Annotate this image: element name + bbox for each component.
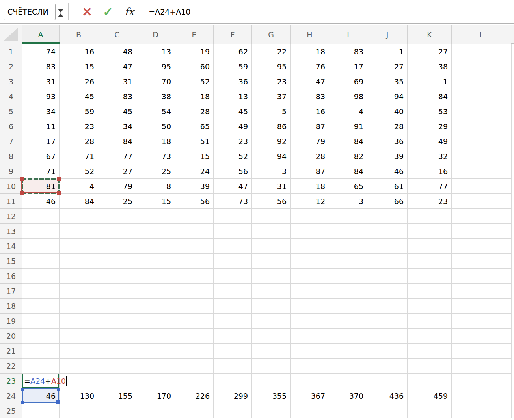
enter-check-icon[interactable]: ✓ [103,6,113,18]
cell-A10[interactable]: 81 [22,179,60,194]
cell-I23[interactable] [329,374,367,388]
cell-J16[interactable] [367,269,408,284]
cell-H18[interactable] [291,299,329,314]
cell-B10[interactable]: 4 [60,179,98,194]
cell-B11[interactable]: 84 [60,194,98,209]
cell-F11[interactable]: 73 [214,194,252,209]
cell-D16[interactable] [136,269,175,284]
cell-I16[interactable] [329,269,367,284]
row-header-20[interactable]: 20 [0,329,22,344]
blue-ref-handle[interactable] [21,388,24,391]
cell-F13[interactable] [214,224,252,239]
cell-H20[interactable] [291,329,329,344]
cell-B18[interactable] [60,299,98,314]
cell-B16[interactable] [60,269,98,284]
cell-D13[interactable] [136,224,175,239]
cell-C12[interactable] [98,209,136,224]
cell-I3[interactable]: 69 [329,74,367,89]
cell-F16[interactable] [214,269,252,284]
cell-B1[interactable]: 16 [60,44,98,59]
col-header-D[interactable]: D [136,25,175,44]
cell-G22[interactable] [252,359,291,374]
cell-I5[interactable]: 4 [329,104,367,119]
cell-H4[interactable]: 83 [291,89,329,104]
cell-C13[interactable] [98,224,136,239]
insert-function-fx-icon[interactable]: fx [125,7,134,17]
row-header-18[interactable]: 18 [0,299,22,314]
cell-L17[interactable] [452,284,512,299]
cell-C22[interactable] [98,359,136,374]
cell-G8[interactable]: 94 [252,149,291,164]
cell-G12[interactable] [252,209,291,224]
cell-G2[interactable]: 95 [252,59,291,74]
cell-F12[interactable] [214,209,252,224]
cell-B12[interactable] [60,209,98,224]
cell-G10[interactable]: 31 [252,179,291,194]
cell-F19[interactable] [214,314,252,329]
cell-L18[interactable] [452,299,512,314]
cell-E15[interactable] [175,254,214,269]
cell-J2[interactable]: 27 [367,59,408,74]
cell-E20[interactable] [175,329,214,344]
cell-J20[interactable] [367,329,408,344]
cell-G9[interactable]: 3 [252,164,291,179]
row-header-17[interactable]: 17 [0,284,22,299]
cell-E16[interactable] [175,269,214,284]
cell-G5[interactable]: 5 [252,104,291,119]
spinner-down-button[interactable] [58,13,63,16]
row-header-4[interactable]: 4 [0,89,22,104]
cell-E23[interactable] [175,374,214,388]
cell-J3[interactable]: 35 [367,74,408,89]
cell-H8[interactable]: 28 [291,149,329,164]
cell-A1[interactable]: 74 [22,44,60,59]
cell-F1[interactable]: 62 [214,44,252,59]
cell-E13[interactable] [175,224,214,239]
cell-A21[interactable] [22,344,60,359]
cell-C16[interactable] [98,269,136,284]
cell-G24[interactable]: 355 [252,388,291,403]
row-header-14[interactable]: 14 [0,239,22,254]
cell-D3[interactable]: 70 [136,74,175,89]
red-ref-handle[interactable] [20,177,24,181]
cell-D20[interactable] [136,329,175,344]
cell-F3[interactable]: 36 [214,74,252,89]
cell-B25[interactable] [60,403,98,418]
cell-I18[interactable] [329,299,367,314]
col-header-E[interactable]: E [175,25,214,44]
cell-J14[interactable] [367,239,408,254]
cell-G1[interactable]: 22 [252,44,291,59]
cell-E5[interactable]: 28 [175,104,214,119]
cell-H10[interactable]: 18 [291,179,329,194]
cell-C17[interactable] [98,284,136,299]
cell-H5[interactable]: 16 [291,104,329,119]
cell-G6[interactable]: 86 [252,119,291,134]
col-header-B[interactable]: B [60,25,98,44]
cell-G4[interactable]: 37 [252,89,291,104]
cell-D23[interactable] [136,374,175,388]
cell-J18[interactable] [367,299,408,314]
cell-L13[interactable] [452,224,512,239]
cell-I11[interactable]: 3 [329,194,367,209]
cell-E18[interactable] [175,299,214,314]
cell-K1[interactable]: 27 [408,44,452,59]
cell-C3[interactable]: 31 [98,74,136,89]
cell-B5[interactable]: 59 [60,104,98,119]
cell-A11[interactable]: 46 [22,194,60,209]
row-header-15[interactable]: 15 [0,254,22,269]
cell-H23[interactable] [291,374,329,388]
cell-F24[interactable]: 299 [214,388,252,403]
cell-H16[interactable] [291,269,329,284]
cell-F22[interactable] [214,359,252,374]
cell-D6[interactable]: 50 [136,119,175,134]
cell-H12[interactable] [291,209,329,224]
cell-F2[interactable]: 59 [214,59,252,74]
cell-H2[interactable]: 76 [291,59,329,74]
cell-D1[interactable]: 13 [136,44,175,59]
cell-A9[interactable]: 71 [22,164,60,179]
col-header-K[interactable]: K [408,25,452,44]
cell-F20[interactable] [214,329,252,344]
cell-B21[interactable] [60,344,98,359]
cell-J7[interactable]: 36 [367,134,408,149]
cell-E9[interactable]: 24 [175,164,214,179]
cell-K18[interactable] [408,299,452,314]
